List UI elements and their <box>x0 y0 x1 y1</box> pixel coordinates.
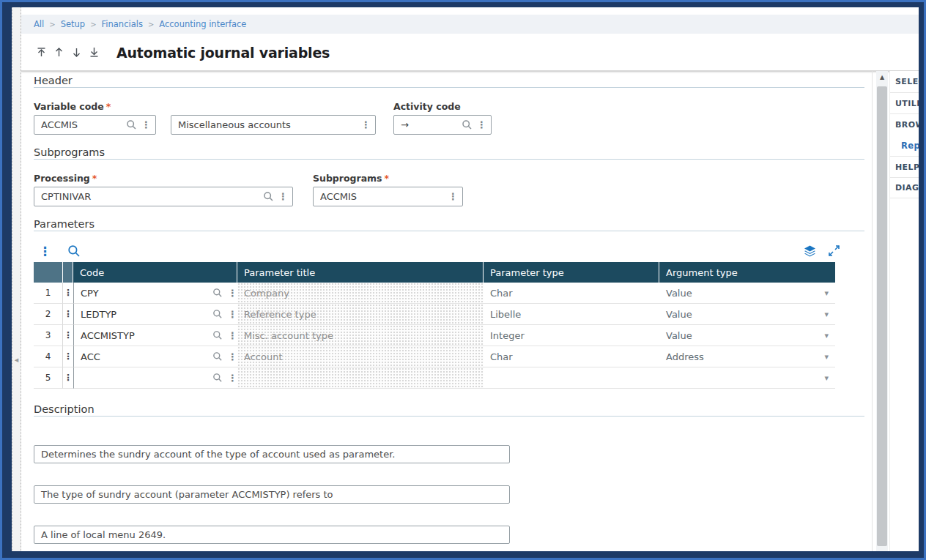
parameters-table: Code Parameter title Parameter type Argu… <box>34 262 835 389</box>
column-header-code[interactable]: Code <box>73 262 237 283</box>
parameter-type-cell: Char <box>484 346 659 367</box>
field-actions-icon[interactable]: ⋮ <box>278 192 288 201</box>
field-actions-icon[interactable]: ⋮ <box>477 120 486 130</box>
code-cell[interactable]: ⋮ <box>73 367 237 389</box>
field-actions-icon[interactable]: ⋮ <box>361 120 371 130</box>
row-number[interactable]: 1 <box>34 283 63 304</box>
grid-layers-icon[interactable] <box>803 244 816 258</box>
code-cell[interactable]: CPY⋮ <box>73 283 237 304</box>
parameters-table-header: Code Parameter title Parameter type Argu… <box>34 262 835 283</box>
lookup-icon[interactable] <box>462 119 473 130</box>
row-number[interactable]: 4 <box>34 346 63 367</box>
field-actions-icon[interactable]: ⋮ <box>448 192 458 201</box>
dropdown-caret-icon[interactable]: ▾ <box>824 310 829 319</box>
header-divider <box>21 70 919 72</box>
lookup-icon[interactable] <box>212 330 223 341</box>
row-number[interactable]: 5 <box>34 367 63 389</box>
row-handle-icon[interactable]: ⋮ <box>63 346 73 367</box>
code-cell[interactable]: ACC⋮ <box>73 346 237 367</box>
column-header-argument-type[interactable]: Argument type <box>659 262 835 283</box>
next-record-icon[interactable] <box>70 46 83 59</box>
app-chrome: ◂ All > Setup > Financials > Accounting … <box>12 7 919 551</box>
panel-item-help[interactable]: HELP <box>890 156 919 177</box>
argument-type-cell[interactable]: Value▾ <box>659 325 835 346</box>
scrollbar-up-icon[interactable]: ▲ <box>876 71 888 83</box>
subprograms-label: Subprograms* <box>313 173 389 184</box>
parameter-type-cell: Libelle <box>484 304 659 325</box>
row-handle-icon[interactable]: ⋮ <box>63 367 73 389</box>
panel-item-selection[interactable]: SELEC <box>890 71 919 92</box>
row-number[interactable]: 3 <box>34 325 63 346</box>
breadcrumb-item-financials[interactable]: Financials <box>102 19 143 29</box>
row-handle-icon[interactable]: ⋮ <box>63 283 73 304</box>
cell-actions-icon[interactable]: ⋮ <box>228 288 237 298</box>
first-record-icon[interactable] <box>35 46 48 59</box>
panel-item-utilities[interactable]: UTILIT <box>890 92 919 113</box>
parameters-table-body: 1 ⋮ CPY⋮ Company Char Value▾ 2 ⋮ LEDTYP⋮… <box>34 283 835 389</box>
breadcrumb-item-all[interactable]: All <box>34 19 44 29</box>
vertical-scrollbar[interactable]: ▲ <box>876 71 888 551</box>
table-row: 1 ⋮ CPY⋮ Company Char Value▾ <box>34 283 835 304</box>
row-number[interactable]: 2 <box>34 304 63 325</box>
lookup-icon[interactable] <box>212 288 223 299</box>
dropdown-caret-icon[interactable]: ▾ <box>824 331 829 340</box>
select-all-header-cell[interactable] <box>34 262 63 283</box>
grid-actions-icon[interactable]: ⋮ <box>39 245 51 258</box>
scrollbar-thumb[interactable] <box>877 86 887 546</box>
parameter-title-cell: Account <box>237 346 484 367</box>
field-actions-icon[interactable]: ⋮ <box>141 120 151 130</box>
section-header-line <box>34 87 864 88</box>
column-header-parameter-title[interactable]: Parameter title <box>237 262 484 283</box>
lookup-icon[interactable] <box>212 351 223 362</box>
panel-item-report-link[interactable]: Repo <box>890 135 919 156</box>
column-header-parameter-type[interactable]: Parameter type <box>484 262 659 283</box>
argument-type-cell[interactable]: Value▾ <box>659 283 835 304</box>
variable-code-label: Variable code* <box>34 101 111 112</box>
breadcrumb-item-setup[interactable]: Setup <box>61 19 85 29</box>
breadcrumb-separator: > <box>90 20 96 29</box>
lookup-icon[interactable] <box>263 191 274 202</box>
processing-input[interactable]: CPTINIVAR ⋮ <box>34 187 293 206</box>
previous-record-icon[interactable] <box>53 46 65 59</box>
dropdown-caret-icon[interactable]: ▾ <box>824 373 829 383</box>
cell-actions-icon[interactable]: ⋮ <box>228 373 237 383</box>
row-handle-icon[interactable]: ⋮ <box>63 325 73 346</box>
variable-title-input[interactable]: Miscellaneous accounts ⋮ <box>171 115 376 135</box>
variable-code-input[interactable]: ACCMIS ⋮ <box>34 115 156 135</box>
parameter-title-cell <box>237 367 484 389</box>
parameter-title-cell: Reference type <box>237 304 484 325</box>
page-title: Automatic journal variables <box>116 45 330 61</box>
description-line-1[interactable]: Determines the sundry account of the typ… <box>34 445 510 463</box>
argument-type-cell[interactable]: Value▾ <box>659 304 835 325</box>
argument-type-cell[interactable]: Address▾ <box>659 346 835 367</box>
code-cell[interactable]: ACCMISTYP⋮ <box>73 325 237 346</box>
grid-search-icon[interactable] <box>67 244 81 258</box>
breadcrumb-item-accounting-interface[interactable]: Accounting interface <box>159 19 246 29</box>
collapse-left-icon[interactable]: ◂ <box>12 354 21 366</box>
dropdown-caret-icon[interactable]: ▾ <box>824 352 829 362</box>
parameter-type-cell: Integer <box>484 325 659 346</box>
argument-type-cell[interactable]: ▾ <box>659 367 835 389</box>
jump-arrow-icon[interactable]: → <box>401 119 459 130</box>
subprograms-input[interactable]: ACCMIS ⋮ <box>313 187 463 206</box>
panel-item-diagnosis[interactable]: DIAGN <box>890 177 919 198</box>
last-record-icon[interactable] <box>88 46 100 59</box>
cell-actions-icon[interactable]: ⋮ <box>228 310 237 319</box>
code-cell[interactable]: LEDTYP⋮ <box>73 304 237 325</box>
dropdown-caret-icon[interactable]: ▾ <box>824 288 829 298</box>
cell-actions-icon[interactable]: ⋮ <box>228 331 237 340</box>
lookup-icon[interactable] <box>212 309 223 320</box>
cell-actions-icon[interactable]: ⋮ <box>228 352 237 362</box>
section-header-label: Header <box>34 75 73 86</box>
lookup-icon[interactable] <box>212 373 223 384</box>
activity-code-label: Activity code <box>393 101 461 112</box>
grid-expand-icon[interactable] <box>828 244 841 258</box>
parameter-title-cell: Company <box>237 283 484 304</box>
lookup-icon[interactable] <box>126 119 137 130</box>
activity-code-input[interactable]: → ⋮ <box>393 115 492 135</box>
description-line-2[interactable]: The type of sundry account (parameter AC… <box>34 485 510 504</box>
row-handle-icon[interactable]: ⋮ <box>63 304 73 325</box>
panel-item-browser[interactable]: BROW <box>890 113 919 135</box>
table-row: 2 ⋮ LEDTYP⋮ Reference type Libelle Value… <box>34 304 835 325</box>
description-line-3[interactable]: A line of local menu 2649. <box>34 526 510 544</box>
